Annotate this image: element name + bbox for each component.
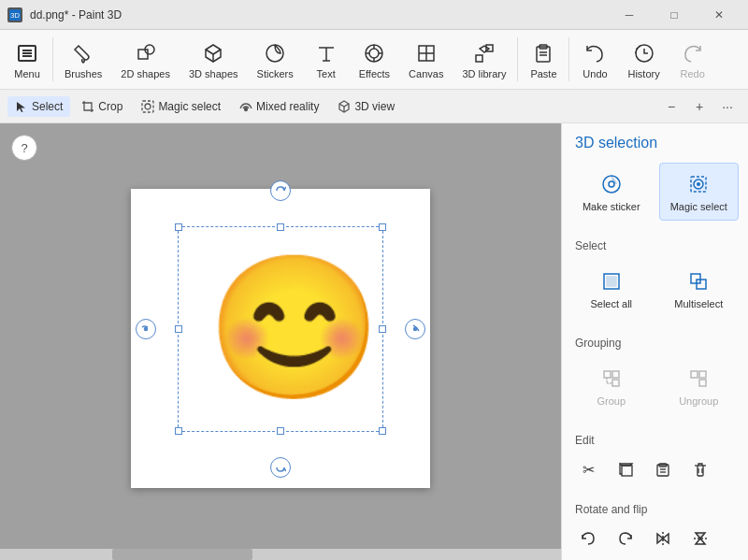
toolbar-menu[interactable]: Menu bbox=[4, 30, 50, 89]
more-btn[interactable]: ··· bbox=[714, 93, 741, 120]
svg-rect-42 bbox=[697, 280, 706, 289]
crop-label: Crop bbox=[98, 100, 122, 113]
mixed-reality-icon bbox=[239, 100, 252, 113]
toolbar-history[interactable]: History bbox=[618, 30, 669, 89]
canvas-area[interactable]: ? bbox=[0, 123, 561, 560]
3d-view-label: 3D view bbox=[354, 100, 395, 113]
svg-rect-48 bbox=[699, 371, 706, 378]
multiselect-btn[interactable]: Multiselect bbox=[659, 260, 740, 318]
flip-horizontal-btn[interactable] bbox=[646, 522, 680, 555]
make-sticker-btn[interactable]: Make sticker bbox=[571, 163, 652, 221]
toolbar-canvas[interactable]: Canvas bbox=[399, 30, 453, 89]
magic-select-icon bbox=[141, 100, 154, 113]
group-btn[interactable]: Group bbox=[571, 357, 652, 415]
horizontal-scrollbar[interactable] bbox=[0, 549, 561, 560]
toolbar-brushes[interactable]: Brushes bbox=[55, 30, 111, 89]
handle-bottom-right[interactable] bbox=[379, 427, 386, 435]
close-button[interactable]: ✕ bbox=[698, 0, 741, 30]
handle-top-center[interactable] bbox=[277, 223, 284, 231]
magic-select-panel-btn[interactable]: Magic select bbox=[659, 163, 740, 221]
3d-library-label: 3D library bbox=[462, 68, 506, 79]
group-icon bbox=[598, 366, 625, 392]
magic-select-panel-label: Magic select bbox=[670, 201, 727, 212]
select-all-btn[interactable]: Select all bbox=[571, 260, 652, 318]
history-label: History bbox=[627, 68, 659, 79]
canvas-icon bbox=[413, 40, 439, 66]
mixed-reality-label: Mixed reality bbox=[256, 100, 319, 113]
toolbar-3d-shapes[interactable]: 3D shapes bbox=[180, 30, 248, 89]
make-sticker-icon bbox=[598, 171, 625, 197]
magic-select-btn[interactable]: Magic select bbox=[134, 96, 228, 117]
svg-point-30 bbox=[245, 108, 248, 110]
svg-text:3D: 3D bbox=[10, 11, 20, 20]
select-label: Select bbox=[32, 100, 63, 113]
minimize-button[interactable]: ─ bbox=[608, 0, 651, 30]
flip-vertical-btn[interactable] bbox=[683, 522, 717, 555]
toolbar-paste[interactable]: Paste bbox=[520, 30, 567, 89]
window-controls: ─ □ ✕ bbox=[608, 0, 741, 30]
svg-rect-43 bbox=[604, 371, 611, 378]
svg-point-34 bbox=[603, 176, 620, 193]
handle-top-left[interactable] bbox=[175, 223, 182, 231]
toolbar-text[interactable]: Text bbox=[303, 30, 350, 89]
help-button[interactable]: ? bbox=[11, 135, 37, 161]
svg-rect-45 bbox=[612, 371, 619, 378]
rotate-handle-bottom[interactable] bbox=[270, 457, 291, 478]
delete-btn[interactable] bbox=[683, 452, 717, 486]
paste-label: Paste bbox=[530, 68, 556, 79]
mixed-reality-btn[interactable]: Mixed reality bbox=[232, 96, 326, 117]
emoji-image: 😊 bbox=[207, 246, 361, 400]
handle-bottom-center[interactable] bbox=[277, 427, 284, 435]
toolbar-3d-library[interactable]: 3D library bbox=[453, 30, 515, 89]
3d-shapes-label: 3D shapes bbox=[189, 68, 238, 79]
2d-shapes-label: 2D shapes bbox=[121, 68, 170, 79]
grouping-buttons: Group Ungroup bbox=[562, 353, 748, 419]
copy-btn[interactable] bbox=[609, 452, 642, 486]
paste-panel-btn[interactable] bbox=[646, 452, 680, 486]
toolbar-undo[interactable]: Undo bbox=[571, 30, 618, 89]
crop-tool-btn[interactable]: Crop bbox=[74, 96, 130, 117]
magic-select-panel-icon bbox=[685, 171, 712, 197]
svg-rect-46 bbox=[691, 371, 698, 378]
rotate-handle-right[interactable] bbox=[405, 319, 425, 339]
toolbar-2d-shapes[interactable]: 2D shapes bbox=[111, 30, 180, 89]
toolbar-stickers[interactable]: Stickers bbox=[248, 30, 303, 89]
3d-shapes-icon bbox=[200, 40, 226, 66]
multiselect-icon bbox=[685, 268, 712, 294]
zoom-out-btn[interactable]: − bbox=[658, 93, 684, 120]
toolbar-divider-1 bbox=[52, 37, 53, 81]
handle-mid-left[interactable] bbox=[175, 325, 182, 333]
svg-rect-28 bbox=[142, 101, 153, 112]
effects-icon bbox=[361, 40, 387, 66]
select-all-icon bbox=[598, 268, 625, 294]
3d-view-btn[interactable]: 3D view bbox=[330, 96, 402, 117]
history-icon bbox=[631, 40, 657, 66]
stickers-label: Stickers bbox=[257, 68, 294, 79]
group-label: Group bbox=[597, 395, 626, 407]
ungroup-label: Ungroup bbox=[679, 395, 718, 407]
svg-point-38 bbox=[697, 182, 700, 186]
panel-title: 3D selection bbox=[562, 123, 748, 159]
ungroup-btn[interactable]: Ungroup bbox=[659, 357, 740, 415]
paste-icon bbox=[530, 40, 556, 66]
rotate-handle-left[interactable] bbox=[136, 319, 156, 339]
rotate-section-label: Rotate and flip bbox=[562, 495, 748, 520]
cut-btn[interactable]: ✂ bbox=[571, 452, 605, 486]
toolbar-effects[interactable]: Effects bbox=[350, 30, 399, 89]
3d-library-icon bbox=[471, 40, 497, 66]
drawing-canvas[interactable]: 😊 bbox=[131, 189, 430, 488]
rotate-left-btn[interactable] bbox=[571, 522, 605, 555]
redo-label: Redo bbox=[681, 68, 705, 79]
rotate-right-btn[interactable] bbox=[609, 522, 642, 555]
handle-bottom-left[interactable] bbox=[175, 427, 182, 435]
svg-rect-41 bbox=[691, 274, 700, 283]
canvas-label: Canvas bbox=[409, 68, 443, 79]
select-tool-btn[interactable]: Select bbox=[7, 96, 70, 117]
magic-select-label: Magic select bbox=[158, 100, 221, 113]
maximize-button[interactable]: □ bbox=[653, 0, 696, 30]
toolbar-redo[interactable]: Redo bbox=[669, 30, 716, 89]
zoom-in-btn[interactable]: + bbox=[686, 93, 712, 120]
rotate-handle-top[interactable] bbox=[270, 180, 291, 201]
handle-top-right[interactable] bbox=[379, 223, 386, 231]
scrollbar-thumb[interactable] bbox=[112, 549, 252, 560]
